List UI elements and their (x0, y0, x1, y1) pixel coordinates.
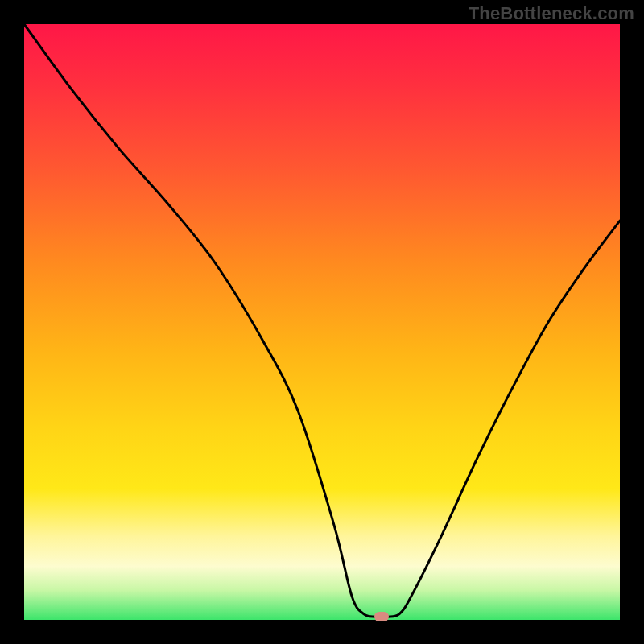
plot-area (24, 24, 620, 620)
curve-path (24, 24, 620, 617)
chart-frame: TheBottleneck.com (0, 0, 644, 644)
watermark-text: TheBottleneck.com (469, 3, 634, 24)
minimum-marker (374, 612, 389, 621)
curve-svg (24, 24, 620, 620)
